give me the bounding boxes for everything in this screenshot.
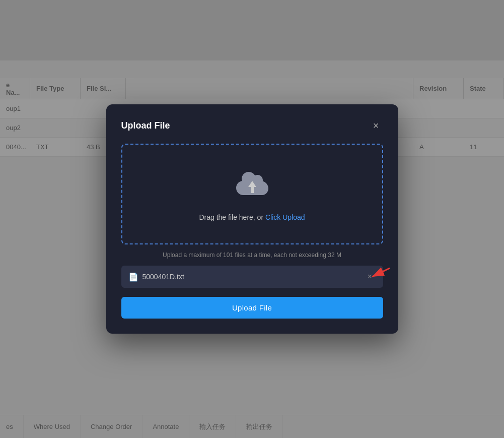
drop-zone-text: Drag the file here, or Click Upload: [199, 213, 305, 221]
file-item-name: 5000401D.txt: [142, 273, 184, 281]
upload-file-dialog: Upload File × Drag the file here, or Cli…: [106, 104, 398, 334]
file-item: 📄 5000401D.txt ×: [121, 266, 383, 288]
file-remove-button[interactable]: ×: [364, 271, 376, 283]
dialog-header: Upload File ×: [121, 118, 383, 133]
upload-cloud-icon: [234, 172, 270, 204]
upload-limit-text: Upload a maximum of 101 files at a time,…: [121, 252, 383, 259]
file-item-info: 📄 5000401D.txt: [128, 272, 184, 282]
dialog-title: Upload File: [121, 120, 170, 131]
modal-overlay: Upload File × Drag the file here, or Cli…: [0, 0, 504, 438]
upload-file-button[interactable]: Upload File: [121, 297, 383, 319]
file-document-icon: 📄: [128, 272, 138, 282]
file-drop-zone[interactable]: Drag the file here, or Click Upload: [121, 144, 383, 244]
dialog-close-button[interactable]: ×: [369, 118, 383, 133]
click-upload-link[interactable]: Click Upload: [265, 213, 305, 221]
